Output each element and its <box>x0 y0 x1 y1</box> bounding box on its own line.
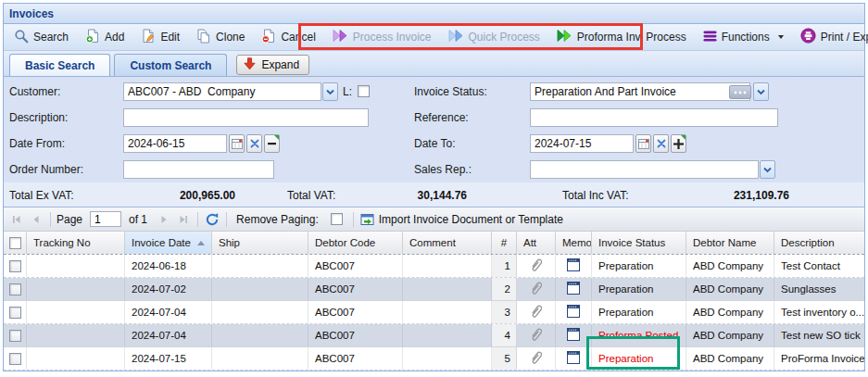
tracking-no-cell <box>27 255 125 277</box>
next-page-button[interactable] <box>156 211 172 228</box>
grid-row[interactable]: 2024-06-18 ABC007 1 Preparation ABD Comp… <box>4 255 864 278</box>
add-button[interactable]: Add <box>79 27 131 47</box>
row-checkbox[interactable] <box>9 307 21 319</box>
invoice-status-ellipsis-button[interactable] <box>729 85 751 99</box>
refresh-icon[interactable] <box>204 211 220 228</box>
ship-cell <box>212 255 308 277</box>
date-to-calendar-button[interactable] <box>635 134 651 153</box>
column-header-att[interactable]: Att <box>517 232 556 254</box>
row-checkbox[interactable] <box>9 330 21 342</box>
expand-button[interactable]: Expand <box>236 55 309 75</box>
column-header-comment[interactable]: Comment <box>403 232 492 254</box>
page-number-input[interactable] <box>90 211 121 227</box>
description-input[interactable] <box>123 108 369 127</box>
row-checkbox[interactable] <box>9 260 21 272</box>
l-checkbox[interactable] <box>358 85 370 97</box>
paperclip-icon[interactable] <box>530 327 542 344</box>
add-button-label: Add <box>105 31 124 44</box>
sales-rep-dropdown-button[interactable] <box>760 160 775 179</box>
column-header-ship[interactable]: Ship <box>212 232 308 254</box>
column-header-tracking-no[interactable]: Tracking No <box>27 232 125 254</box>
comment-cell <box>403 255 492 277</box>
clone-button[interactable]: Clone <box>190 27 251 47</box>
tracking-no-cell <box>27 278 125 300</box>
memo-icon[interactable] <box>567 328 580 343</box>
column-header-debtor-name[interactable]: Debtor Name <box>686 232 774 254</box>
column-header-invoice-status[interactable]: Invoice Status <box>592 232 686 254</box>
paperclip-icon[interactable] <box>530 258 542 274</box>
invoice-status-dropdown-button[interactable] <box>753 82 769 101</box>
expand-button-label: Expand <box>261 58 299 71</box>
date-to-clear-button[interactable] <box>653 134 669 153</box>
functions-menu-button[interactable]: Functions <box>697 27 790 47</box>
import-invoice-link[interactable]: Import Invoice Document or Template <box>379 213 563 226</box>
proforma-process-button[interactable]: Proforma Inv. Process <box>550 27 693 47</box>
print-export-button[interactable]: Print / Export <box>794 27 868 47</box>
pager-separator <box>226 212 227 227</box>
reference-input[interactable] <box>530 108 778 127</box>
invoice-status-cell: Preparation <box>592 255 686 277</box>
grid-row[interactable]: 2024-07-15 ABC007 5 Preparation ABD Comp… <box>4 347 864 371</box>
row-checkbox[interactable] <box>9 283 21 295</box>
order-number-label: Order Number: <box>9 163 83 176</box>
date-to-input[interactable] <box>530 134 634 153</box>
process-invoice-button[interactable]: Process Invoice <box>326 27 438 47</box>
date-from-label: Date From: <box>9 137 65 150</box>
memo-cell <box>556 301 592 323</box>
cancel-button[interactable]: Cancel <box>255 27 321 47</box>
tab-basic-search[interactable]: Basic Search <box>9 54 110 76</box>
row-checkbox[interactable] <box>9 353 21 365</box>
column-header-memo[interactable]: Memo <box>556 232 592 254</box>
memo-icon[interactable] <box>567 282 580 296</box>
functions-icon <box>703 30 717 45</box>
memo-cell <box>556 278 592 300</box>
row-select-cell <box>4 255 27 277</box>
column-header-description[interactable]: Description <box>774 232 864 254</box>
memo-icon[interactable] <box>567 305 580 320</box>
debtor-name-cell: ABD Company <box>686 255 774 277</box>
last-page-button[interactable] <box>175 211 192 228</box>
debtor-code-cell: ABC007 <box>308 255 403 277</box>
paperclip-icon[interactable] <box>530 350 542 367</box>
sales-rep-combobox[interactable] <box>530 160 759 179</box>
edit-button[interactable]: Edit <box>134 27 186 47</box>
debtor-name-cell: ABD Company <box>686 301 774 323</box>
date-from-minus-button[interactable] <box>264 134 280 153</box>
first-page-button[interactable] <box>8 211 25 228</box>
clone-documents-icon <box>196 29 211 46</box>
tracking-no-cell <box>27 347 125 370</box>
date-from-input[interactable] <box>123 134 227 153</box>
column-header-invoice-date[interactable]: Invoice Date <box>125 232 212 254</box>
customer-dropdown-button[interactable] <box>322 82 338 101</box>
invoice-status-field[interactable] <box>530 82 750 101</box>
quick-process-icon <box>448 30 464 44</box>
search-button[interactable]: Search <box>7 27 75 47</box>
customer-label: Customer: <box>9 85 60 98</box>
tab-custom-search[interactable]: Custom Search <box>114 54 227 76</box>
grid-row[interactable]: 2024-07-02 ABC007 2 Preparation ABD Comp… <box>4 278 864 301</box>
date-to-plus-button[interactable] <box>671 134 686 153</box>
column-header-debtor-code[interactable]: Debtor Code <box>308 232 403 254</box>
date-from-clear-button[interactable] <box>246 134 262 153</box>
quick-process-button[interactable]: Quick Process <box>442 27 547 47</box>
paperclip-icon[interactable] <box>530 281 542 297</box>
page-label: Page <box>57 213 82 226</box>
row-select-cell <box>4 324 27 346</box>
total-ex-vat-value: 200,965.00 <box>115 189 235 202</box>
select-all-checkbox[interactable] <box>9 237 21 249</box>
grid-row[interactable]: 2024-07-04 ABC007 4 Proforma Posted ABD … <box>4 324 864 347</box>
memo-icon[interactable] <box>567 351 580 366</box>
tab-bar: Basic Search Custom Search Expand <box>4 51 864 77</box>
memo-icon[interactable] <box>567 258 580 273</box>
column-header-number[interactable]: # <box>492 232 517 254</box>
customer-combobox[interactable] <box>123 82 321 101</box>
edit-document-icon <box>141 29 156 46</box>
order-number-input[interactable] <box>123 160 274 179</box>
previous-page-button[interactable] <box>28 211 44 228</box>
grid-row[interactable]: 2024-07-04 ABC007 3 Preparation ABD Comp… <box>4 301 864 324</box>
date-from-calendar-button[interactable] <box>229 134 245 153</box>
remove-paging-checkbox[interactable] <box>331 213 343 225</box>
paperclip-icon[interactable] <box>530 304 542 320</box>
invoices-window: Invoices Search Add Edit Clone <box>0 0 868 377</box>
description-label: Description: <box>9 111 68 124</box>
